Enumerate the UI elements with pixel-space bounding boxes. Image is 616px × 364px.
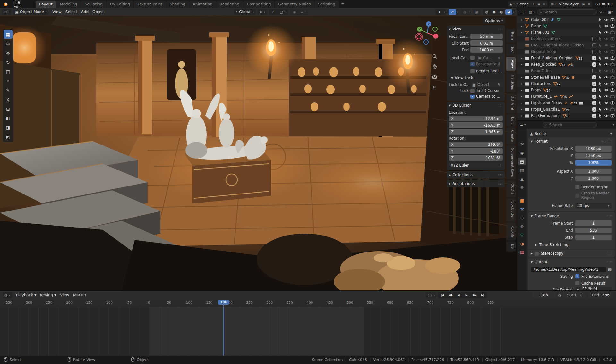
object-name[interactable]: RockFormations [531, 113, 560, 118]
aspect-x-field[interactable]: 1.000 [575, 169, 612, 174]
frame-range-header[interactable]: ▼Frame Range :::: [528, 212, 615, 220]
collection-checkbox[interactable] [592, 82, 596, 86]
properties-editor-type-button[interactable]: ≡▾ [519, 122, 526, 128]
tool-measure[interactable]: ∡ [4, 95, 13, 104]
collection-checkbox[interactable] [592, 56, 596, 60]
zoom-icon[interactable] [431, 53, 438, 60]
tool-extrude[interactable]: ◧ [4, 114, 13, 122]
gizmos-toggle[interactable]: ↗ [449, 9, 456, 15]
viewport-menu-add[interactable]: Add [79, 10, 90, 14]
hide-render-toggle[interactable] [610, 43, 615, 48]
hide-viewport-toggle[interactable] [604, 56, 609, 61]
grip-icon[interactable]: :::: [498, 104, 503, 107]
setting-field[interactable]: 50 mm [470, 34, 503, 39]
snap-target-selector[interactable]: □▾ [278, 9, 287, 15]
tool-annotate[interactable]: ✎ [4, 86, 13, 95]
stereoscopy-checkbox[interactable] [535, 252, 539, 256]
editor-type-button[interactable]: ⊞▾ [2, 9, 11, 15]
properties-search[interactable]: ⌕ Search [543, 122, 597, 128]
crop-to-region-checkbox[interactable] [575, 194, 579, 198]
passepartout-checkbox[interactable] [470, 62, 475, 66]
outliner-filter-button[interactable]: ▽▾ [598, 9, 605, 15]
cursor-location-field-y[interactable]: Y-16.63 m [449, 122, 503, 128]
frame-step-field[interactable]: 1 [575, 235, 612, 240]
annotations-panel-header[interactable]: ▶Annotations:::: [447, 180, 505, 187]
grip-icon[interactable]: :::: [498, 174, 503, 177]
n-panel-tab-view[interactable]: View [506, 57, 516, 71]
selectable-toggle[interactable] [598, 43, 603, 48]
n-panel-tab-3d-print[interactable]: 3D Print [506, 93, 516, 113]
outliner-row[interactable]: ▸RockFormations43 [517, 112, 616, 119]
hide-render-toggle[interactable] [610, 49, 615, 54]
workspace-tab-layout[interactable]: Layout [36, 1, 56, 8]
tool-transform[interactable]: ⌖ [4, 77, 13, 85]
options-button[interactable]: Options▾ [483, 18, 505, 24]
collection-checkbox[interactable] [592, 88, 596, 92]
workspace-tab-shading[interactable]: Shading [166, 1, 189, 8]
outliner-row[interactable]: ▸Props29 [517, 87, 616, 93]
n-panel-tab-ocd-2[interactable]: OCD 2 [506, 180, 516, 197]
collection-checkbox[interactable] [592, 75, 596, 79]
hide-viewport-toggle[interactable] [604, 43, 609, 48]
expand-icon[interactable]: ▸ [520, 82, 524, 85]
hide-render-toggle[interactable] [610, 107, 615, 112]
local-camera-field[interactable]: ▣ Ca... × [476, 55, 503, 61]
blender-logo-icon[interactable] [0, 0, 11, 8]
camera-to-view-checkbox[interactable] [470, 95, 475, 99]
object-name[interactable]: Characters [531, 81, 551, 86]
collection-checkbox[interactable] [592, 43, 596, 47]
frame-start-field[interactable]: 1 [575, 220, 612, 226]
hide-render-toggle[interactable] [610, 30, 615, 35]
viewport-menu-view[interactable]: View [50, 10, 63, 14]
properties-tab-world[interactable]: ⊕ [518, 184, 526, 191]
snap-toggle[interactable]: ∩ [270, 9, 278, 15]
properties-tab-output[interactable]: ▤ [518, 158, 526, 165]
n-panel-tab-screencast-keys[interactable]: Screencast Keys [506, 145, 516, 180]
workspace-tab-geometry-nodes[interactable]: Geometry Nodes [275, 1, 314, 8]
outliner-row[interactable]: BASE_Original_Block_Hidden [517, 42, 616, 48]
viewport-canvas[interactable]: ▦⊕✥↻◱⌖✎∡⊞◧◨◩ Options▾ Y [0, 16, 517, 290]
tool-bevel[interactable]: ◩ [4, 132, 13, 141]
output-path-field[interactable]: /home/k1/Desktop/MeaningVideo/1 [531, 267, 606, 272]
play-reverse-button[interactable]: ◀ [455, 292, 462, 298]
timeline-body[interactable] [0, 307, 616, 356]
properties-tab-constraints[interactable]: ⊗ [518, 222, 526, 230]
format-header[interactable]: ▼Format ≔:::: [528, 137, 615, 145]
render-region-checkbox[interactable] [575, 185, 579, 189]
render-region-checkbox[interactable] [470, 69, 475, 73]
grip-icon[interactable]: :::: [498, 28, 503, 31]
selectable-toggle[interactable] [598, 37, 603, 41]
object-name[interactable]: Plane [531, 24, 541, 28]
tool-select-box[interactable]: ▦ [4, 30, 13, 39]
remove-scene-icon[interactable]: × [542, 2, 546, 6]
expand-icon[interactable]: ▸ [520, 89, 524, 92]
outliner-row[interactable]: ▸Furniture_13K [517, 93, 616, 100]
local-camera-checkbox[interactable] [470, 56, 475, 60]
pin-icon[interactable]: ✦ [532, 2, 535, 6]
object-name[interactable]: BASE_Original_Block_Hidden [531, 43, 584, 47]
cursor-rotation-field-x[interactable]: X269.6° [449, 142, 503, 147]
frame-end-field[interactable]: End536 [588, 292, 613, 298]
object-name[interactable]: Props [531, 88, 541, 92]
outliner-row[interactable]: ▸Keep_Blocked414 [517, 61, 616, 68]
current-frame-indicator[interactable]: 186 [218, 300, 229, 305]
collection-checkbox[interactable] [592, 50, 596, 54]
selectable-toggle[interactable] [598, 101, 603, 105]
file-extensions-checkbox[interactable] [575, 274, 579, 278]
outliner-editor-type-button[interactable]: ≣▾ [519, 9, 526, 15]
properties-tab-data[interactable]: ▽ [518, 231, 526, 239]
hide-viewport-toggle[interactable] [604, 24, 609, 29]
new-collection-button[interactable]: ▣⁺ [607, 9, 614, 15]
pin-icon[interactable]: ✦ [610, 131, 613, 136]
aspect-y-field[interactable]: 1.000 [575, 176, 612, 181]
hide-viewport-toggle[interactable] [604, 37, 609, 41]
properties-tab-scene[interactable]: ▲ [518, 175, 526, 183]
pivot-point-selector[interactable]: ⊙▾ [258, 9, 267, 15]
selectable-toggle[interactable] [598, 94, 603, 99]
properties-tab-texture[interactable]: ▦ [518, 248, 526, 256]
n-panel-tab-rockify[interactable]: Rockify [506, 222, 516, 241]
timeline-menu-marker[interactable]: Marker [71, 293, 88, 297]
tool-rotate[interactable]: ↻ [4, 58, 13, 67]
selectable-toggle[interactable] [598, 75, 603, 80]
current-frame-field[interactable]: 186 [533, 292, 556, 298]
